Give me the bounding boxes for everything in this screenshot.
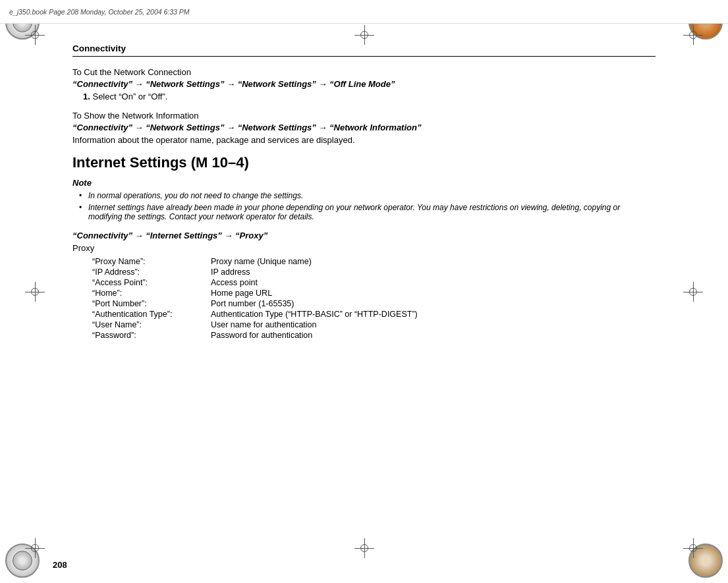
crosshair-bot-left <box>25 538 45 558</box>
proxy-key-6: “User Name”: <box>92 320 211 329</box>
proxy-row-5: “Authentication Type”:Authentication Typ… <box>92 310 656 319</box>
main-content: Connectivity To Cut the Network Connecti… <box>53 24 675 550</box>
step1-num: 1. <box>83 92 90 101</box>
proxy-key-1: “IP Address”: <box>92 267 211 277</box>
note-bullet-1: In normal operations, you do not need to… <box>79 191 656 200</box>
proxy-table: “Proxy Name”:Proxy name (Unique name)“IP… <box>92 257 656 340</box>
proxy-row-0: “Proxy Name”:Proxy name (Unique name) <box>92 257 656 266</box>
show-network-intro: To Show the Network Information <box>72 111 656 121</box>
proxy-key-2: “Access Point”: <box>92 278 211 287</box>
header-bar: e_j350.book Page 208 Monday, October 25,… <box>0 0 728 24</box>
proxy-value-3: Home page URL <box>211 289 656 298</box>
proxy-row-1: “IP Address”:IP address <box>92 267 656 277</box>
cut-network-step1: 1. Select “On” or “Off”. <box>83 92 656 101</box>
internet-settings-heading: Internet Settings (M 10–4) <box>72 154 656 171</box>
proxy-key-5: “Authentication Type”: <box>92 310 211 319</box>
section-heading: Connectivity <box>72 43 656 57</box>
internet-settings-menu-path: “Connectivity” → “Internet Settings” → “… <box>72 231 656 240</box>
proxy-value-5: Authentication Type (“HTTP-BASIC” or “HT… <box>211 310 656 319</box>
proxy-value-0: Proxy name (Unique name) <box>211 257 656 266</box>
proxy-key-7: “Password”: <box>92 331 211 340</box>
header-text: e_j350.book Page 208 Monday, October 25,… <box>9 8 190 16</box>
proxy-key-3: “Home”: <box>92 289 211 298</box>
crosshair-top-left <box>25 25 45 45</box>
proxy-row-2: “Access Point”:Access point <box>92 278 656 287</box>
note-label: Note <box>72 178 656 188</box>
note-block: Note In normal operations, you do not ne… <box>72 178 656 221</box>
proxy-value-7: Password for authentication <box>211 331 656 340</box>
proxy-key-0: “Proxy Name”: <box>92 257 211 266</box>
proxy-value-6: User name for authentication <box>211 320 656 329</box>
crosshair-mid-right <box>683 282 703 302</box>
note-bullet-list: In normal operations, you do not need to… <box>79 191 656 221</box>
proxy-value-4: Port number (1-65535) <box>211 299 656 308</box>
cut-network-intro: To Cut the Network Connection <box>72 67 656 77</box>
proxy-value-2: Access point <box>211 278 656 287</box>
proxy-row-7: “Password”:Password for authentication <box>92 331 656 340</box>
cut-network-menu-path: “Connectivity” → “Network Settings” → “N… <box>72 79 656 89</box>
crosshair-mid-left <box>25 282 45 302</box>
cut-network-block: To Cut the Network Connection “Connectiv… <box>72 67 656 101</box>
step1-text: Select “On” or “Off”. <box>92 92 167 101</box>
proxy-value-1: IP address <box>211 267 656 277</box>
show-network-block: To Show the Network Information “Connect… <box>72 111 656 145</box>
proxy-row-6: “User Name”:User name for authentication <box>92 320 656 329</box>
page-number: 208 <box>53 560 67 570</box>
proxy-row-4: “Port Number”:Port number (1-65535) <box>92 299 656 308</box>
show-network-menu-path: “Connectivity” → “Network Settings” → “N… <box>72 123 656 132</box>
proxy-label: Proxy <box>72 243 656 253</box>
proxy-row-3: “Home”:Home page URL <box>92 289 656 298</box>
note-bullet-2: Internet settings have already been made… <box>79 203 656 221</box>
crosshair-top-right <box>683 25 703 45</box>
proxy-key-4: “Port Number”: <box>92 299 211 308</box>
show-network-info: Information about the operator name, pac… <box>72 135 656 145</box>
crosshair-bot-right <box>683 538 703 558</box>
